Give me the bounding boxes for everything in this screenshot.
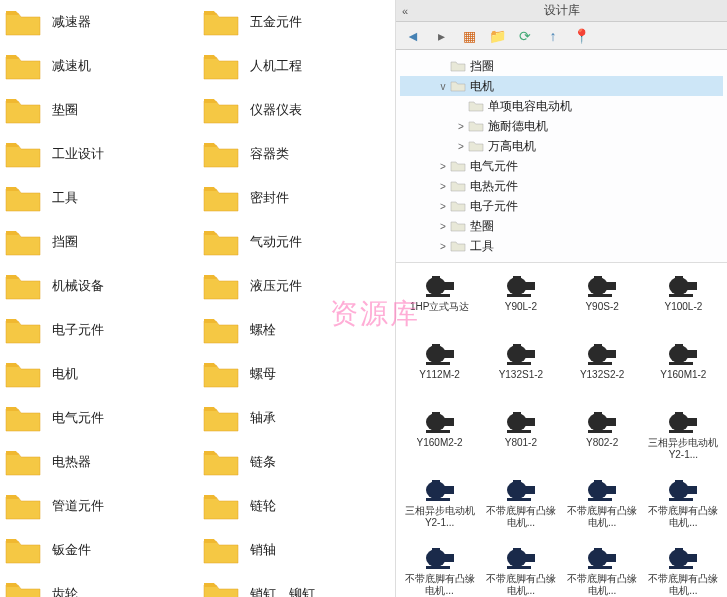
- folder-icon: [4, 315, 42, 345]
- refresh-icon[interactable]: ⟳: [516, 27, 534, 45]
- part-item[interactable]: Y90L-2: [481, 271, 560, 337]
- svg-rect-39: [513, 412, 521, 416]
- part-item[interactable]: Y801-2: [481, 407, 560, 473]
- folder-icon: [202, 139, 240, 169]
- part-item[interactable]: 不带底脚有凸缘电机...: [644, 543, 723, 597]
- part-item[interactable]: Y802-2: [563, 407, 642, 473]
- folder-tree: 挡圈v电机单项电容电动机>施耐德电机>万高电机>电气元件>电热元件>电子元件>垫…: [396, 50, 727, 263]
- folder-item[interactable]: 电子元件: [0, 308, 198, 352]
- tree-node[interactable]: 挡圈: [400, 56, 723, 76]
- part-item[interactable]: 不带底脚有凸缘电机...: [481, 475, 560, 541]
- folder-icon: [4, 535, 42, 565]
- tree-toggle-icon[interactable]: >: [436, 241, 450, 252]
- pin-icon[interactable]: 📍: [572, 27, 590, 45]
- tree-node[interactable]: >工具: [400, 236, 723, 256]
- folder-item[interactable]: 销轴: [198, 528, 396, 572]
- tree-toggle-icon[interactable]: >: [454, 121, 468, 132]
- tree-node[interactable]: v电机: [400, 76, 723, 96]
- part-item[interactable]: Y90S-2: [563, 271, 642, 337]
- part-item[interactable]: Y160M1-2: [644, 339, 723, 405]
- tree-node[interactable]: >施耐德电机: [400, 116, 723, 136]
- folder-item[interactable]: 容器类: [198, 132, 396, 176]
- folder-item[interactable]: 垫圈: [0, 88, 198, 132]
- nav-back-icon[interactable]: ◄: [404, 27, 422, 45]
- part-item[interactable]: 三相异步电动机Y2-1...: [400, 475, 479, 541]
- part-label: Y132S2-2: [580, 369, 624, 381]
- part-thumbnail: [503, 271, 539, 301]
- folder-item[interactable]: 挡圈: [0, 220, 198, 264]
- folder-icon: [202, 403, 240, 433]
- folder-item[interactable]: 链轮: [198, 484, 396, 528]
- svg-rect-70: [507, 566, 531, 569]
- folder-item[interactable]: 齿轮: [0, 572, 198, 597]
- part-item[interactable]: 不带底脚有凸缘电机...: [563, 543, 642, 597]
- svg-rect-73: [606, 554, 616, 562]
- tree-toggle-icon[interactable]: >: [436, 181, 450, 192]
- part-item[interactable]: Y100L-2: [644, 271, 723, 337]
- svg-rect-53: [525, 486, 535, 494]
- folder-icon: [202, 51, 240, 81]
- folder-item[interactable]: 螺栓: [198, 308, 396, 352]
- part-label: Y132S1-2: [499, 369, 543, 381]
- folder-item[interactable]: 液压元件: [198, 264, 396, 308]
- folder-item[interactable]: 仪器仪表: [198, 88, 396, 132]
- folder-item[interactable]: 工业设计: [0, 132, 198, 176]
- part-item[interactable]: 不带底脚有凸缘电机...: [481, 543, 560, 597]
- svg-rect-69: [525, 554, 535, 562]
- tree-node[interactable]: >电子元件: [400, 196, 723, 216]
- part-item[interactable]: Y132S1-2: [481, 339, 560, 405]
- tree-node[interactable]: >万高电机: [400, 136, 723, 156]
- folder-item[interactable]: 电气元件: [0, 396, 198, 440]
- folder-item[interactable]: 管道元件: [0, 484, 198, 528]
- folder-item[interactable]: 螺母: [198, 352, 396, 396]
- part-thumbnail: [422, 339, 458, 369]
- tree-toggle-icon[interactable]: >: [436, 221, 450, 232]
- folder-column-2: 五金元件人机工程仪器仪表容器类密封件气动元件液压元件螺栓螺母轴承链条链轮销轴销钉…: [198, 0, 396, 597]
- tree-node[interactable]: 单项电容电动机: [400, 96, 723, 116]
- new-folder-icon[interactable]: ▦: [460, 27, 478, 45]
- tree-toggle-icon[interactable]: >: [454, 141, 468, 152]
- folder-item[interactable]: 链条: [198, 440, 396, 484]
- part-item[interactable]: Y132S2-2: [563, 339, 642, 405]
- folder-icon: [4, 183, 42, 213]
- part-item[interactable]: Y112M-2: [400, 339, 479, 405]
- part-item[interactable]: Y160M2-2: [400, 407, 479, 473]
- folder-item[interactable]: 机械设备: [0, 264, 198, 308]
- folder-item[interactable]: 销钉、铆钉: [198, 572, 396, 597]
- add-file-icon[interactable]: 📁: [488, 27, 506, 45]
- part-item[interactable]: 不带底脚有凸缘电机...: [400, 543, 479, 597]
- tree-node[interactable]: >电气元件: [400, 156, 723, 176]
- part-item[interactable]: 不带底脚有凸缘电机...: [644, 475, 723, 541]
- folder-item[interactable]: 减速器: [0, 0, 198, 44]
- up-arrow-icon[interactable]: ↑: [544, 27, 562, 45]
- folder-item[interactable]: 密封件: [198, 176, 396, 220]
- nav-fwd-icon[interactable]: ▸: [432, 27, 450, 45]
- folder-label: 轴承: [250, 409, 276, 427]
- folder-icon: [4, 359, 42, 389]
- folder-item[interactable]: 电机: [0, 352, 198, 396]
- folder-item[interactable]: 气动元件: [198, 220, 396, 264]
- folder-label: 电机: [52, 365, 78, 383]
- folder-item[interactable]: 钣金件: [0, 528, 198, 572]
- tree-toggle-icon[interactable]: v: [436, 81, 450, 92]
- part-item[interactable]: 不带底脚有凸缘电机...: [563, 475, 642, 541]
- folder-label: 螺栓: [250, 321, 276, 339]
- tree-node[interactable]: >垫圈: [400, 216, 723, 236]
- folder-item[interactable]: 轴承: [198, 396, 396, 440]
- folder-item[interactable]: 人机工程: [198, 44, 396, 88]
- part-thumbnail: [584, 407, 620, 437]
- tree-toggle-icon[interactable]: >: [436, 161, 450, 172]
- folder-item[interactable]: 电热器: [0, 440, 198, 484]
- tree-node[interactable]: >电热元件: [400, 176, 723, 196]
- panel-back-icon[interactable]: «: [402, 5, 408, 17]
- folder-item[interactable]: 五金元件: [198, 0, 396, 44]
- tree-label: 挡圈: [470, 58, 494, 75]
- svg-rect-35: [432, 412, 440, 416]
- part-item[interactable]: 1HP立式马达: [400, 271, 479, 337]
- part-item[interactable]: 三相异步电动机Y2-1...: [644, 407, 723, 473]
- folder-item[interactable]: 减速机: [0, 44, 198, 88]
- folder-item[interactable]: 工具: [0, 176, 198, 220]
- folder-label: 垫圈: [52, 101, 78, 119]
- tree-toggle-icon[interactable]: >: [436, 201, 450, 212]
- svg-rect-43: [594, 412, 602, 416]
